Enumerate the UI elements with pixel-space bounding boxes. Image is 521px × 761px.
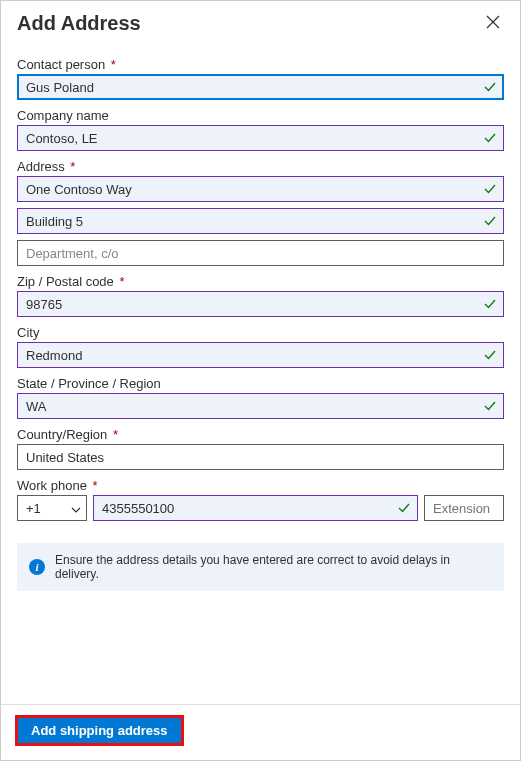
company-input[interactable] xyxy=(17,125,504,151)
phone-input[interactable] xyxy=(93,495,418,521)
info-banner: i Ensure the address details you have en… xyxy=(17,543,504,591)
info-icon: i xyxy=(29,559,45,575)
zip-input[interactable] xyxy=(17,291,504,317)
country-input[interactable] xyxy=(17,444,504,470)
country-code-select[interactable] xyxy=(17,495,87,521)
country-label: Country/Region * xyxy=(17,427,504,442)
close-icon xyxy=(486,15,500,32)
phone-label: Work phone * xyxy=(17,478,504,493)
city-input[interactable] xyxy=(17,342,504,368)
address-line3-input[interactable] xyxy=(17,240,504,266)
add-shipping-address-button[interactable]: Add shipping address xyxy=(17,717,182,744)
state-label: State / Province / Region xyxy=(17,376,504,391)
extension-input[interactable] xyxy=(424,495,504,521)
contact-input[interactable] xyxy=(17,74,504,100)
address-label: Address * xyxy=(17,159,504,174)
state-input[interactable] xyxy=(17,393,504,419)
contact-label: Contact person * xyxy=(17,57,504,72)
zip-label: Zip / Postal code * xyxy=(17,274,504,289)
panel-title: Add Address xyxy=(17,12,141,35)
close-button[interactable] xyxy=(482,11,504,35)
company-label: Company name xyxy=(17,108,504,123)
info-message: Ensure the address details you have ente… xyxy=(55,553,492,581)
address-line1-input[interactable] xyxy=(17,176,504,202)
address-line2-input[interactable] xyxy=(17,208,504,234)
city-label: City xyxy=(17,325,504,340)
